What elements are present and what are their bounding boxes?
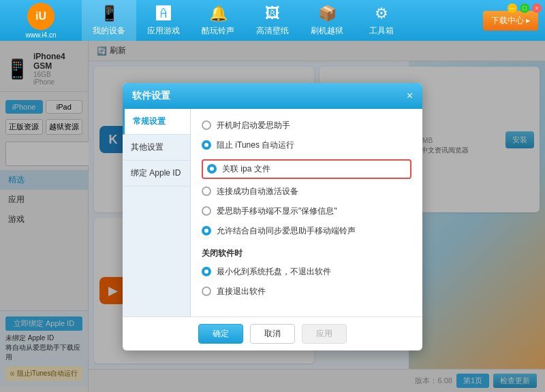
- close-setting-label-1: 直接退出软件: [217, 286, 266, 297]
- dialog-content: 开机时启动爱思助手 阻止 iTunes 自动运行 关联 ipa 文件 连接成功自…: [191, 109, 422, 316]
- close-radio-1[interactable]: [202, 287, 211, 296]
- close-setting-label-0: 最小化到系统托盘，不退出软件: [217, 266, 331, 278]
- nav-tab-apps[interactable]: 🅰 应用游戏: [136, 0, 191, 41]
- nav-tab-wallpaper[interactable]: 🖼 高清壁纸: [245, 0, 300, 41]
- top-bar: iU www.i4.cn 📱 我的设备 🅰 应用游戏 🔔 酷玩铃声 🖼 高清壁纸…: [0, 0, 545, 41]
- window-controls: ─ □ ×: [508, 3, 542, 13]
- radio-5[interactable]: [202, 226, 211, 235]
- dialog-cancel-button[interactable]: 取消: [250, 324, 295, 344]
- setting-row-3: 连接成功自动激活设备: [202, 186, 411, 197]
- close-radio-0[interactable]: [202, 267, 211, 276]
- close-button[interactable]: ×: [532, 3, 542, 13]
- setting-row-1: 阻止 iTunes 自动运行: [202, 140, 411, 151]
- close-setting-row-1: 直接退出软件: [202, 286, 411, 297]
- dialog-ok-button[interactable]: 确定: [198, 324, 243, 344]
- radio-3[interactable]: [202, 186, 211, 196]
- logo-icon: iU: [27, 3, 54, 30]
- setting-row-4: 爱思助手移动端不显示"保修信息": [202, 206, 411, 217]
- nav-tab-apps-label: 应用游戏: [147, 25, 180, 37]
- download-btn[interactable]: 下载中心 ▸: [483, 11, 538, 31]
- setting-label-5: 允许结合自动同步爱思助手移动端铃声: [217, 225, 356, 237]
- setting-row-2-highlighted: 关联 ipa 文件: [202, 159, 411, 179]
- radio-4[interactable]: [202, 206, 211, 216]
- ringtone-icon: 🔔: [209, 5, 228, 22]
- dialog-body: 常规设置 其他设置 绑定 Apple ID 开机时启动爱思助手 阻止 iTune…: [123, 109, 422, 316]
- setting-label-4: 爱思助手移动端不显示"保修信息": [217, 206, 337, 217]
- site-text: www.i4.cn: [25, 31, 56, 39]
- dialog-close-button[interactable]: ×: [407, 90, 413, 102]
- logo-area: iU www.i4.cn: [0, 0, 82, 41]
- section-close-title: 关闭软件时: [202, 248, 411, 259]
- setting-row-5: 允许结合自动同步爱思助手移动端铃声: [202, 225, 411, 237]
- radio-2[interactable]: [207, 164, 217, 174]
- nav-tab-jailbreak[interactable]: 📦 刷机越狱: [300, 0, 354, 41]
- setting-label-3: 连接成功自动激活设备: [217, 186, 298, 197]
- radio-0[interactable]: [202, 120, 211, 130]
- dialog-apply-button[interactable]: 应用: [302, 324, 347, 344]
- close-setting-row-0: 最小化到系统托盘，不退出软件: [202, 266, 411, 278]
- setting-label-2: 关联 ipa 文件: [222, 163, 270, 175]
- dialog-nav-general[interactable]: 常规设置: [123, 109, 190, 135]
- top-right: 下载中心 ▸: [483, 11, 545, 31]
- maximize-button[interactable]: □: [520, 3, 529, 13]
- nav-tab-tools[interactable]: ⚙ 工具箱: [354, 0, 409, 41]
- setting-label-1: 阻止 iTunes 自动运行: [217, 140, 294, 151]
- radio-1[interactable]: [202, 140, 211, 150]
- nav-tab-ringtone-label: 酷玩铃声: [202, 25, 234, 37]
- dialog-header: 软件设置 ×: [123, 83, 422, 109]
- setting-label-0: 开机时启动爱思助手: [217, 120, 290, 131]
- setting-row-0: 开机时启动爱思助手: [202, 120, 411, 131]
- nav-tabs: 📱 我的设备 🅰 应用游戏 🔔 酷玩铃声 🖼 高清壁纸 📦 刷机越狱 ⚙ 工具箱: [82, 0, 483, 41]
- minimize-button[interactable]: ─: [508, 3, 517, 13]
- nav-tab-tools-label: 工具箱: [369, 25, 394, 37]
- dialog-overlay: 软件设置 × 常规设置 其他设置 绑定 Apple ID 开机时启动爱思助手 阻…: [0, 41, 545, 392]
- tools-icon: ⚙: [375, 5, 388, 22]
- nav-tab-wallpaper-label: 高清壁纸: [256, 25, 289, 37]
- nav-tab-device-label: 我的设备: [93, 25, 125, 37]
- jailbreak-icon: 📦: [318, 5, 337, 22]
- nav-tab-ringtone[interactable]: 🔔 酷玩铃声: [191, 0, 245, 41]
- settings-dialog: 软件设置 × 常规设置 其他设置 绑定 Apple ID 开机时启动爱思助手 阻…: [123, 83, 422, 350]
- device-icon: 📱: [100, 5, 119, 22]
- nav-tab-device[interactable]: 📱 我的设备: [82, 0, 136, 41]
- wallpaper-icon: 🖼: [265, 5, 280, 22]
- dialog-title: 软件设置: [132, 90, 170, 102]
- dialog-footer: 确定 取消 应用: [123, 316, 422, 350]
- dialog-nav-other[interactable]: 其他设置: [123, 135, 190, 161]
- dialog-nav-appleid[interactable]: 绑定 Apple ID: [123, 161, 190, 186]
- apps-icon: 🅰: [156, 5, 171, 22]
- dialog-sidebar: 常规设置 其他设置 绑定 Apple ID: [123, 109, 191, 316]
- nav-tab-jailbreak-label: 刷机越狱: [311, 25, 343, 37]
